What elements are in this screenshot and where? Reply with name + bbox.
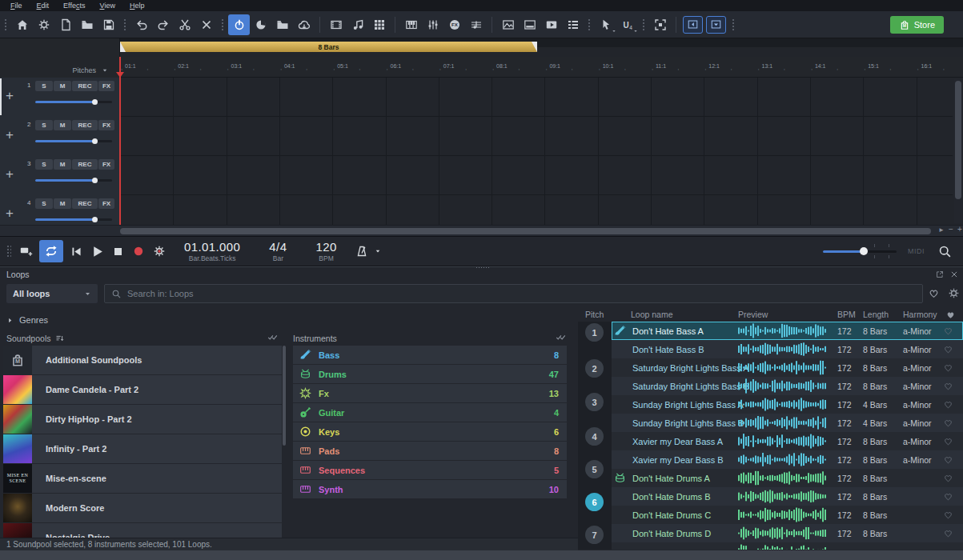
instrument-item-guitar[interactable]: Guitar4 (293, 403, 567, 422)
zoom-search-button[interactable] (934, 240, 955, 262)
pitch-4[interactable]: 4 (585, 427, 604, 446)
slider-knob[interactable] (92, 178, 98, 183)
soundpool-item-modern-score[interactable]: Modern Score (3, 494, 282, 522)
column-header-bpm[interactable]: BPM (837, 308, 856, 322)
track-3-fx-button[interactable]: FX (98, 159, 114, 170)
track-1-s-button[interactable]: S (35, 81, 53, 91)
waveform-preview[interactable] (738, 434, 828, 449)
vertical-scrollbar[interactable] (954, 79, 962, 223)
instruments-select-all-icon[interactable] (556, 332, 566, 342)
track-header-4[interactable]: +4SMRECFX (0, 195, 120, 225)
loops-settings-gear-icon[interactable] (948, 287, 960, 299)
template-button[interactable] (519, 14, 540, 35)
soundpools-scrollbar[interactable] (283, 346, 286, 538)
toolbar-grip[interactable] (122, 18, 127, 32)
loop-row-don-t-hate-drums-c[interactable]: Don't Hate Drums C1728 Bars (612, 506, 963, 524)
loop-row-xavier-my-dear-bass-b[interactable]: Xavier my Dear Bass B1728 Barsa-Minor (612, 450, 963, 469)
loop-row-saturday-bright-lights-bass-b[interactable]: Saturday Bright Lights Bass B1728 Barsa-… (612, 377, 963, 395)
store-button[interactable]: M Store (890, 16, 944, 34)
fx-button[interactable]: FX (443, 14, 465, 35)
undock-panel-icon[interactable] (936, 270, 944, 278)
mixer-button[interactable] (422, 14, 443, 35)
pitch-1[interactable]: 1 (585, 323, 604, 342)
waveform-preview[interactable] (738, 526, 828, 541)
soundpool-item-infinity-part-2[interactable]: Infinity - Part 2 (3, 434, 282, 463)
horizontal-scrollbar-thumb[interactable] (120, 228, 931, 234)
loop-row-partial[interactable] (612, 542, 963, 550)
waveform-preview[interactable] (738, 360, 828, 375)
loop-row-don-t-hate-bass-a[interactable]: Don't Hate Bass A1728 Barsa-Minor (612, 322, 963, 340)
soundpools-select-all-icon[interactable] (267, 332, 278, 342)
track-volume-slider[interactable] (35, 179, 112, 182)
track-4-fx-button[interactable]: FX (98, 198, 114, 209)
favorite-heart-icon[interactable] (943, 506, 953, 524)
favorite-heart-icon[interactable] (943, 432, 953, 450)
add-track-button[interactable]: + (6, 206, 14, 220)
pitch-6-active[interactable]: 6 (585, 493, 604, 511)
loop-row-don-t-hate-drums-a[interactable]: Don't Hate Drums A1728 Bars (612, 469, 963, 487)
track-4-m-button[interactable]: M (54, 198, 71, 209)
track-1-rec-button[interactable]: REC (72, 81, 98, 91)
track-2-s-button[interactable]: S (35, 120, 53, 130)
close-panel-icon[interactable] (950, 270, 958, 278)
favorites-heart-icon[interactable] (928, 287, 940, 299)
track-4-s-button[interactable]: S (35, 198, 53, 209)
image-button[interactable] (497, 14, 519, 35)
soundpool-item-dirty-hiphop-part-2[interactable]: Dirty HipHop - Part 2 (3, 405, 282, 434)
waveform-preview[interactable] (738, 323, 828, 338)
panel-left-button[interactable] (683, 16, 703, 34)
transport-grip[interactable] (6, 245, 11, 258)
project-folder-button[interactable] (271, 14, 293, 35)
track-1-m-button[interactable]: M (54, 81, 71, 91)
favorite-heart-icon[interactable] (943, 322, 953, 340)
vertical-scrollbar-thumb[interactable] (955, 81, 961, 199)
timeline-ruler[interactable]: ,01:1,,02:1,,03:1,,04:1,,05:1,,06:1,,07:… (0, 57, 963, 78)
favorite-heart-icon[interactable] (943, 469, 953, 487)
soundpool-item-mise-en-scene[interactable]: MISE EN SCENEMise-en-scene (3, 464, 282, 493)
favorite-heart-icon[interactable] (943, 340, 953, 358)
pie-view-button[interactable] (250, 14, 271, 35)
record-settings-button[interactable] (149, 240, 170, 262)
toolbar-grip[interactable] (641, 18, 646, 32)
media-pool-button[interactable] (325, 14, 347, 35)
loop-row-saturday-bright-lights-bass-a[interactable]: Saturday Bright Lights Bass A1728 Barsa-… (612, 358, 963, 377)
instrument-item-synth[interactable]: Synth10 (293, 480, 567, 498)
waveform-preview[interactable] (738, 452, 828, 467)
instrument-item-keys[interactable]: Keys6 (293, 422, 567, 441)
loop-row-sunday-bright-lights-bass-b[interactable]: Sunday Bright Lights Bass B1724 Barsa-Mi… (612, 414, 963, 432)
save-button[interactable] (98, 14, 119, 35)
add-track-button[interactable]: + (6, 128, 14, 142)
loop-grid-button[interactable] (368, 14, 390, 35)
toolbar-grip[interactable] (731, 18, 736, 32)
genres-section-toggle[interactable]: Genres (6, 315, 48, 325)
instrument-item-pads[interactable]: Pads8 (293, 442, 567, 460)
waveform-preview[interactable] (738, 378, 828, 394)
loop-row-xavier-my-dear-bass-a[interactable]: Xavier my Dear Bass A1728 Barsa-Minor (612, 432, 963, 450)
toolbar-grip[interactable] (220, 18, 225, 32)
new-project-button[interactable] (54, 14, 76, 35)
fullscreen-button[interactable] (649, 14, 671, 35)
registry-button[interactable] (562, 14, 584, 35)
add-track-button[interactable]: + (6, 167, 14, 181)
metronome-options-caret[interactable] (372, 240, 383, 262)
zoom-out-button[interactable]: − (949, 225, 953, 234)
horizontal-scrollbar[interactable]: ► − + (0, 225, 963, 236)
cloud-download-button[interactable] (293, 14, 315, 35)
metronome-button[interactable] (351, 240, 372, 262)
piano-button[interactable] (400, 14, 422, 35)
favorite-heart-icon[interactable] (943, 414, 953, 432)
home-button[interactable] (11, 14, 33, 35)
video-button[interactable] (540, 14, 562, 35)
slider-knob[interactable] (92, 217, 98, 222)
loop-row-don-t-hate-drums-b[interactable]: Don't Hate Drums B1728 Bars (612, 487, 963, 506)
score-button[interactable] (465, 14, 487, 35)
redo-button[interactable] (152, 14, 174, 35)
cut-button[interactable] (174, 14, 195, 35)
track-4-rec-button[interactable]: REC (72, 198, 98, 209)
loop-playback-button[interactable] (39, 240, 63, 262)
music-note-button[interactable] (347, 14, 368, 35)
column-header-pitch[interactable]: Pitch (585, 308, 604, 322)
panel-bottom-button[interactable] (706, 16, 726, 34)
pitches-dropdown[interactable]: Pitches (72, 66, 108, 74)
track-header-1[interactable]: +1SMRECFX (0, 78, 120, 117)
